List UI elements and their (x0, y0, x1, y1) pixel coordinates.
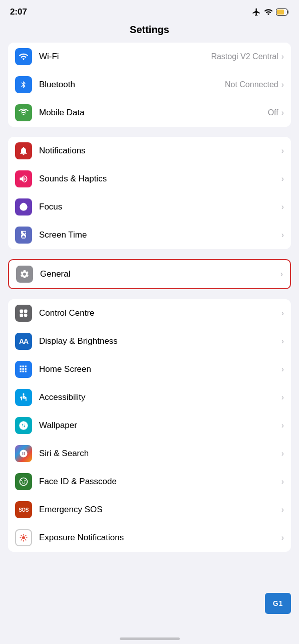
row-notifications[interactable]: Notifications › (8, 137, 291, 165)
general-icon (16, 266, 33, 283)
battery-icon (276, 9, 289, 16)
svg-point-8 (22, 536, 25, 539)
home-screen-icon (15, 361, 32, 378)
accessibility-icon (15, 389, 32, 406)
bluetooth-icon (15, 76, 32, 93)
siri-label: Siri & Search (39, 449, 281, 459)
display-chevron: › (281, 337, 284, 346)
row-general[interactable]: General › (8, 259, 291, 289)
accessibility-label: Accessibility (39, 392, 281, 402)
sounds-icon (15, 170, 32, 187)
row-focus[interactable]: Focus › (8, 193, 291, 221)
svg-point-6 (24, 314, 28, 317)
row-siri-search[interactable]: Siri & Search › (8, 440, 291, 468)
wifi-chevron: › (281, 52, 284, 61)
row-display-brightness[interactable]: AA Display & Brightness › (8, 327, 291, 355)
row-bluetooth[interactable]: Bluetooth Not Connected › (8, 71, 291, 99)
row-emergency-sos[interactable]: SOS Emergency SOS › (8, 496, 291, 524)
general-label: General (40, 269, 280, 279)
row-screen-time[interactable]: Screen Time › (8, 221, 291, 249)
focus-icon (15, 198, 32, 216)
row-wifi[interactable]: Wi-Fi Rastogi V2 Central › (8, 43, 291, 71)
svg-rect-4 (24, 310, 28, 313)
wifi-label: Wi-Fi (39, 52, 211, 62)
svg-point-7 (23, 393, 24, 395)
row-wallpaper[interactable]: Wallpaper › (8, 411, 291, 440)
display-label: Display & Brightness (39, 336, 281, 346)
accessibility-chevron: › (281, 393, 284, 402)
face-id-label: Face ID & Passcode (39, 477, 281, 487)
sounds-label: Sounds & Haptics (39, 174, 281, 184)
mobile-data-icon (15, 104, 32, 121)
general-chevron: › (280, 270, 283, 279)
row-home-screen[interactable]: Home Screen › (8, 355, 291, 383)
emergency-sos-label: Emergency SOS (39, 505, 281, 515)
row-control-centre[interactable]: Control Centre › (8, 299, 291, 327)
page-header: Settings (0, 21, 299, 43)
control-centre-chevron: › (281, 309, 284, 318)
svg-rect-5 (20, 314, 24, 317)
screen-time-chevron: › (281, 231, 284, 240)
bluetooth-label: Bluetooth (39, 80, 225, 90)
control-centre-label: Control Centre (39, 308, 281, 318)
status-time: 2:07 (10, 7, 27, 17)
notifications-chevron: › (281, 146, 284, 155)
svg-rect-2 (287, 11, 289, 14)
screen-time-label: Screen Time (39, 230, 281, 240)
wifi-status-icon (264, 8, 273, 17)
siri-icon (15, 445, 32, 462)
svg-rect-1 (277, 10, 284, 15)
airplane-icon (252, 8, 261, 17)
sounds-chevron: › (281, 174, 284, 183)
mobile-data-value: Off (268, 108, 278, 117)
exposure-label: Exposure Notifications (39, 533, 281, 543)
control-centre-icon (15, 305, 32, 322)
exposure-chevron: › (281, 533, 284, 542)
row-exposure-notifications[interactable]: Exposure Notifications › (8, 524, 291, 552)
mobile-data-label: Mobile Data (39, 108, 268, 118)
wallpaper-chevron: › (281, 421, 284, 430)
section-notifications: Notifications › Sounds & Haptics › Focus… (8, 137, 291, 249)
emergency-sos-chevron: › (281, 505, 284, 514)
mobile-data-chevron: › (281, 108, 284, 117)
siri-chevron: › (281, 449, 284, 458)
row-sounds-haptics[interactable]: Sounds & Haptics › (8, 165, 291, 193)
home-screen-chevron: › (281, 365, 284, 374)
page-title: Settings (0, 24, 299, 36)
svg-rect-3 (20, 310, 24, 313)
watermark: G1 (265, 593, 291, 614)
emergency-sos-icon: SOS (15, 501, 32, 518)
row-accessibility[interactable]: Accessibility › (8, 383, 291, 411)
wallpaper-label: Wallpaper (39, 420, 281, 431)
bluetooth-value: Not Connected (225, 80, 278, 89)
row-mobile-data[interactable]: Mobile Data Off › (8, 99, 291, 127)
status-icons (252, 8, 289, 17)
row-face-id[interactable]: Face ID & Passcode › (8, 468, 291, 496)
home-indicator (120, 637, 180, 640)
home-screen-label: Home Screen (39, 364, 281, 374)
focus-chevron: › (281, 202, 284, 211)
wallpaper-icon (15, 417, 32, 434)
notifications-icon (15, 142, 32, 159)
face-id-icon (15, 473, 32, 490)
notifications-label: Notifications (39, 146, 281, 156)
wifi-icon (15, 48, 32, 65)
bluetooth-chevron: › (281, 80, 284, 89)
section-connectivity: Wi-Fi Rastogi V2 Central › Bluetooth Not… (8, 43, 291, 127)
screen-time-icon (15, 227, 32, 244)
wifi-value: Rastogi V2 Central (211, 52, 278, 61)
display-icon: AA (15, 333, 32, 350)
focus-label: Focus (39, 202, 281, 212)
face-id-chevron: › (281, 477, 284, 486)
exposure-icon (15, 529, 32, 546)
status-bar: 2:07 (0, 0, 299, 21)
section-display: Control Centre › AA Display & Brightness… (8, 299, 291, 552)
